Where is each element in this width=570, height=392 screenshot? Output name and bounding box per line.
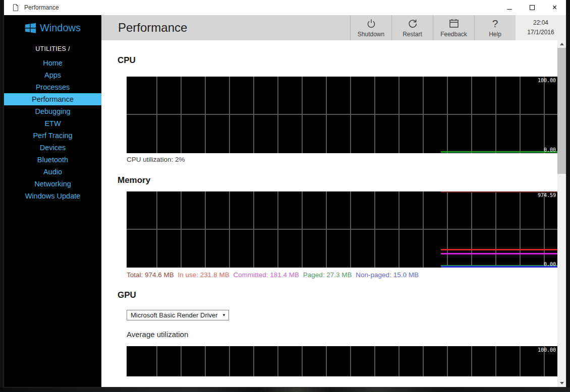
shutdown-button[interactable]: Shutdown bbox=[350, 15, 391, 40]
chevron-down-icon: ▼ bbox=[222, 313, 226, 317]
vertical-scrollbar bbox=[557, 40, 566, 387]
desktop-background bbox=[0, 387, 570, 392]
maximize-button[interactable] bbox=[521, 0, 543, 15]
cpu-utilization-status: CPU utilization: 2% bbox=[127, 156, 557, 163]
cpu-chart-min-label: 0.00 bbox=[544, 147, 556, 153]
scroll-down-icon bbox=[560, 382, 564, 384]
minimize-button[interactable] bbox=[498, 0, 521, 15]
sidebar-item-windows-update[interactable]: Windows Update bbox=[4, 190, 101, 202]
scroll-up-icon bbox=[560, 43, 564, 45]
sidebar-item-etw[interactable]: ETW bbox=[4, 117, 101, 129]
gpu-driver-select[interactable]: Microsoft Basic Render Driver ▼ bbox=[127, 310, 229, 320]
minimize-icon bbox=[507, 9, 512, 10]
page-title: Performance bbox=[118, 21, 350, 35]
memory-stat-committed: Committed: 181.4 MB bbox=[233, 271, 299, 279]
help-icon: ? bbox=[492, 18, 498, 30]
close-icon: × bbox=[552, 4, 557, 12]
cpu-heading: CPU bbox=[118, 40, 557, 66]
utilities-section-label: UTILITIES / bbox=[4, 45, 101, 52]
memory-chart-min-label: 0.00 bbox=[544, 262, 556, 267]
memory-stat-non-paged: Non-paged: 15.0 MB bbox=[356, 271, 419, 279]
gpu-driver-selected-value: Microsoft Basic Render Driver bbox=[131, 311, 218, 319]
window-title: Performance bbox=[24, 4, 59, 11]
memory-stat-total: Total: 974.6 MB bbox=[127, 271, 174, 279]
restart-icon bbox=[407, 18, 419, 30]
sidebar-item-bluetooth[interactable]: Bluetooth bbox=[4, 154, 101, 166]
clock-date: 17/1/2016 bbox=[527, 28, 554, 37]
memory-stats-line: Total: 974.6 MB In use: 231.8 MB Committ… bbox=[127, 271, 557, 279]
sidebar-item-devices[interactable]: Devices bbox=[4, 142, 101, 154]
windows-logo[interactable]: Windows bbox=[4, 22, 101, 34]
chart-line-committed bbox=[441, 253, 557, 254]
power-icon bbox=[365, 18, 377, 30]
windows-logo-text: Windows bbox=[40, 22, 81, 34]
chart-line-cpu-utilization bbox=[441, 151, 557, 153]
memory-heading: Memory bbox=[118, 175, 557, 185]
sidebar-item-home[interactable]: Home bbox=[4, 57, 101, 69]
close-button[interactable]: × bbox=[543, 0, 566, 15]
main-content: CPU 100.00 0.00 CPU utilization: 2% Memo… bbox=[101, 40, 566, 387]
sidebar-item-processes[interactable]: Processes bbox=[4, 81, 101, 93]
scrollbar-down-button[interactable] bbox=[557, 379, 566, 387]
chart-line-in-use bbox=[441, 249, 557, 250]
cpu-chart-max-label: 100.00 bbox=[538, 78, 556, 83]
sidebar-item-perf-tracing[interactable]: Perf Tracing bbox=[4, 129, 101, 142]
chart-line-non-paged bbox=[441, 266, 557, 268]
gpu-chart-max-label: 100.00 bbox=[538, 347, 556, 353]
sidebar-item-networking[interactable]: Networking bbox=[4, 178, 101, 190]
scrollbar-thumb[interactable] bbox=[557, 48, 566, 174]
memory-chart-max-label: 974.59 bbox=[538, 192, 556, 198]
memory-chart: 974.59 0.00 bbox=[127, 191, 557, 268]
sidebar-item-performance[interactable]: Performance bbox=[4, 93, 101, 105]
browser-window: Performance × Windows UTILITIES / Home A… bbox=[4, 0, 566, 387]
sidebar-item-apps[interactable]: Apps bbox=[4, 69, 101, 81]
memory-stat-paged: Paged: 27.3 MB bbox=[303, 271, 352, 279]
sidebar-item-audio[interactable]: Audio bbox=[4, 166, 101, 178]
feedback-icon bbox=[448, 18, 460, 30]
clock-time: 22:04 bbox=[533, 18, 548, 28]
gpu-average-utilization-label: Average utilization bbox=[127, 330, 557, 339]
help-button[interactable]: ? Help bbox=[474, 15, 516, 40]
windows-flag-icon bbox=[25, 22, 36, 34]
memory-stat-in-use: In use: 231.8 MB bbox=[178, 271, 230, 279]
sidebar-item-debugging[interactable]: Debugging bbox=[4, 105, 101, 117]
gpu-heading: GPU bbox=[118, 290, 557, 300]
gpu-chart: 100.00 bbox=[127, 346, 557, 376]
scrollbar-up-button[interactable] bbox=[557, 40, 566, 48]
cpu-chart: 100.00 0.00 bbox=[127, 77, 557, 153]
restart-button[interactable]: Restart bbox=[391, 15, 433, 40]
clock: 22:04 17/1/2016 bbox=[516, 15, 566, 40]
maximize-icon bbox=[530, 5, 535, 10]
sidebar: Windows UTILITIES / Home Apps Processes … bbox=[4, 15, 101, 387]
sidebar-nav: Home Apps Processes Performance Debuggin… bbox=[4, 57, 101, 202]
feedback-button[interactable]: Feedback bbox=[433, 15, 474, 40]
title-bar: Performance × bbox=[4, 0, 566, 15]
page-header: Performance Shutdown Restart bbox=[101, 15, 566, 40]
document-icon bbox=[12, 4, 20, 12]
